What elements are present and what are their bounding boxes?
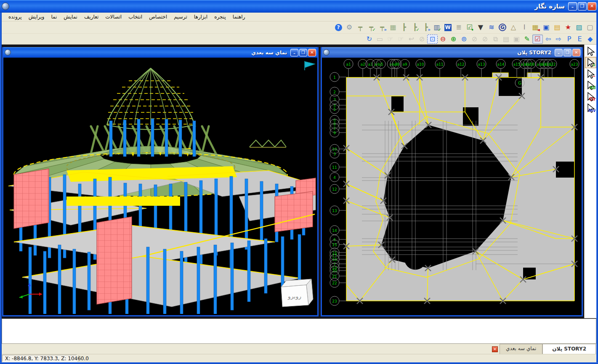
zoom-extents-icon[interactable]: ⊚ (459, 35, 469, 44)
base-plate-icon[interactable]: ▦ (388, 22, 399, 32)
3d-view-titlebar[interactable]: نماي سه بعدي ـ ❒ ✕ (3, 47, 317, 58)
column-connection-check-icon[interactable]: ┣✓ (409, 22, 420, 32)
menu-window[interactable]: پنجره (211, 13, 229, 21)
zoom-all-icon[interactable]: ⊘ (480, 35, 490, 44)
beam-connection-check-icon[interactable]: ┯✓ (366, 22, 377, 32)
zoom-previous-icon[interactable]: ↩ (406, 35, 417, 44)
p-command-icon[interactable]: P (564, 35, 574, 44)
menu-view[interactable]: نما (48, 13, 60, 21)
menu-assign[interactable]: اختصاص (146, 13, 170, 21)
plan-titlebar[interactable]: پلان STORY2 ـ ❒ ✕ (322, 47, 582, 58)
plan-close-button[interactable]: ✕ (572, 49, 580, 56)
zoom-window-icon[interactable]: ⊡ (427, 35, 438, 44)
steel-section-icon[interactable]: I (519, 22, 530, 32)
menu-connections[interactable]: اتصالات (102, 13, 125, 21)
svg-text:a8: a8 (394, 62, 399, 66)
previous-view-icon[interactable]: ⇦ (543, 35, 553, 44)
redraw-icon[interactable]: ↻ (364, 35, 375, 44)
report-scroll-icon[interactable]: ≣ (453, 22, 464, 32)
svg-text:13: 13 (332, 209, 337, 213)
command-panel[interactable] (2, 319, 596, 344)
menu-edit[interactable]: ویرایش (25, 13, 48, 21)
menu-select[interactable]: انتخاب (125, 13, 146, 21)
svg-text:a15: a15 (513, 62, 521, 66)
3d-maximize-button[interactable]: ❒ (299, 49, 307, 56)
3d-view-canvas[interactable]: روبرو (3, 58, 317, 314)
window-3d-view: نماي سه بعدي ـ ❒ ✕ (2, 47, 319, 316)
plan-minimize-button[interactable]: ـ (555, 49, 563, 56)
run-checklist-icon[interactable]: ☑➧ (464, 22, 475, 32)
next-view-icon[interactable]: ⇨ (553, 35, 564, 44)
3d-close-button[interactable]: ✕ (308, 49, 316, 56)
minimize-button[interactable]: ـ (568, 2, 577, 11)
select-remove-button[interactable]: − (585, 68, 596, 80)
zoom-in-icon[interactable]: ⊕ (448, 35, 459, 44)
mdi-workspace: نماي سه بعدي ـ ❒ ✕ (2, 45, 596, 319)
select-invert-button[interactable]: Inv (585, 102, 596, 114)
menu-file[interactable]: پرونده (5, 13, 25, 21)
tab-close-button[interactable]: ✕ (492, 346, 498, 352)
svg-text:1: 1 (333, 75, 336, 80)
maximize-button[interactable]: ❒ (578, 2, 587, 11)
save-image-icon[interactable]: ▣ (511, 35, 522, 44)
column-connection-icon[interactable]: ┣ (399, 22, 409, 32)
right-truss (250, 140, 286, 147)
svg-text:22: 22 (332, 281, 337, 285)
svg-text:a2: a2 (360, 62, 365, 66)
grid-assign-icon[interactable]: ▦◄ (530, 22, 541, 32)
annotate-pen-icon[interactable]: ✎ (522, 35, 532, 44)
pan-icon[interactable]: ☞ (396, 35, 406, 44)
mass-weight-icon[interactable]: ▼ (475, 22, 486, 32)
plan-window-icon[interactable] (323, 49, 330, 56)
select-all-button[interactable]: All (585, 80, 596, 91)
print-preview-icon[interactable]: ⧉ (490, 35, 501, 44)
center-of-gravity-icon[interactable]: G (497, 22, 508, 32)
water-level-icon[interactable]: ≋ (486, 22, 497, 32)
select-add-button[interactable]: + (585, 57, 596, 68)
grab-icon[interactable]: ☞ (385, 35, 396, 44)
image-export-icon[interactable]: ▨ (574, 22, 585, 32)
beam-connection-icon[interactable]: ┯ (355, 22, 366, 32)
menu-display[interactable]: نمایش (60, 13, 81, 21)
menubar: پروندهویرایشنمانمایشتعاریفاتصالاتانتخابا… (2, 13, 596, 21)
zoom-realtime-icon[interactable]: ⊘ (417, 35, 427, 44)
close-button[interactable]: ✕ (587, 2, 596, 11)
menu-help[interactable]: راهنما (229, 13, 249, 21)
cursor-icon (585, 46, 595, 57)
truss-bridge-icon[interactable]: △ (508, 22, 519, 32)
svg-text:a13: a13 (478, 62, 485, 66)
help-icon[interactable]: ? (333, 22, 344, 32)
menu-tools[interactable]: ابزارها (191, 13, 211, 21)
doc-tab-2[interactable]: پلان STORY2 (542, 344, 596, 354)
frame-bottom (0, 362, 598, 364)
model-check-icon[interactable]: ▥✓ (431, 22, 442, 32)
3d-minimize-button[interactable]: ـ (290, 49, 298, 56)
column-connection-assign-icon[interactable]: ┣» (420, 22, 431, 32)
design-checklist-icon[interactable]: ☑ (532, 35, 543, 44)
plan-maximize-button[interactable]: ❒ (563, 49, 571, 56)
settings-icon[interactable]: ⚙ (344, 22, 355, 32)
zoom-selection-icon[interactable]: ⊘ (469, 35, 480, 44)
plan-canvas[interactable]: a1a2a3a4a5a6a7a8a9a10a11a12a13a14a15a16a… (322, 58, 582, 314)
e-command-icon[interactable]: E (574, 35, 585, 44)
new-file-icon[interactable]: ▢ (585, 22, 595, 32)
svg-text:a10: a10 (417, 62, 424, 66)
doc-tab-1[interactable]: نماي سه بعدي (500, 344, 542, 354)
app-icon[interactable] (2, 3, 9, 10)
print-icon[interactable]: ▤ (501, 35, 511, 44)
save-icon[interactable]: ▣ (541, 22, 552, 32)
analysis-icon[interactable]: ★ (563, 22, 574, 32)
zoom-out-icon[interactable]: ⊖ (438, 35, 448, 44)
3d-view-title: نماي سه بعدي (251, 50, 287, 56)
flag-icon[interactable] (305, 61, 315, 70)
select-clear-button[interactable]: Clr (585, 91, 596, 102)
3d-view-window-icon[interactable] (5, 49, 11, 56)
menu-definitions[interactable]: تعاریف (81, 13, 102, 21)
select-pointer-button[interactable] (585, 45, 596, 57)
beam-connection-assign-icon[interactable]: ┯» (377, 22, 388, 32)
view-cube-icon[interactable]: ◆ (585, 35, 595, 44)
open-folder-icon[interactable]: ▤ (552, 22, 563, 32)
rubber-band-icon[interactable]: ▭ (375, 35, 385, 44)
menu-draw[interactable]: ترسیم (170, 13, 191, 21)
word-export-icon[interactable]: W (442, 22, 453, 32)
